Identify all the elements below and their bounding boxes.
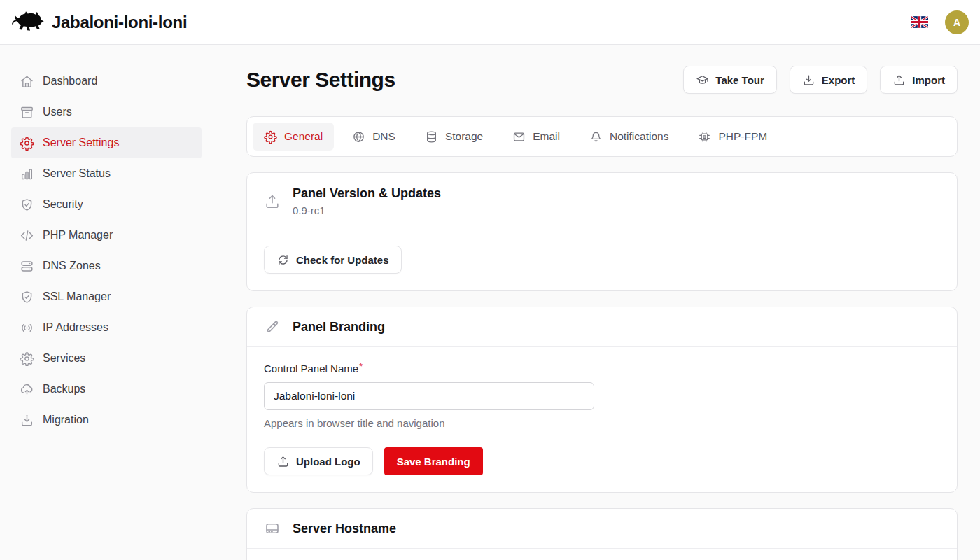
sidebar-item-label: Server Settings <box>43 136 119 149</box>
sidebar-item-label: DNS Zones <box>43 260 101 272</box>
tab-storage[interactable]: Storage <box>414 122 494 150</box>
upload-tray-icon <box>264 193 281 210</box>
tab-notifications[interactable]: Notifications <box>578 122 680 150</box>
download-tray-icon <box>20 413 34 428</box>
sidebar-item-label: Security <box>43 198 83 211</box>
sidebar-item-dns-zones[interactable]: DNS Zones <box>11 251 202 281</box>
topbar: Jabaloni-loni-loni A <box>0 0 980 45</box>
cpu-chip-icon <box>698 130 711 144</box>
gear-icon <box>20 351 34 366</box>
code-icon <box>20 228 34 243</box>
control-panel-name-helper: Appears in browser title and navigation <box>264 417 940 429</box>
panel-version-title: Panel Version & Updates <box>293 186 441 201</box>
tab-label: PHP-FPM <box>718 130 767 143</box>
tab-label: Notifications <box>610 130 668 143</box>
database-icon <box>425 130 438 144</box>
uk-flag-icon <box>911 16 928 28</box>
sidebar-item-services[interactable]: Services <box>11 343 202 374</box>
bell-icon <box>589 130 603 144</box>
sidebar-item-backups[interactable]: Backups <box>11 374 202 405</box>
language-flag-button[interactable] <box>911 16 928 28</box>
sidebar-item-label: Users <box>43 106 72 118</box>
paint-brush-icon <box>264 318 281 335</box>
upload-logo-label: Upload Logo <box>296 456 360 468</box>
shield-check-icon <box>20 197 34 212</box>
tab-dns[interactable]: DNS <box>341 122 407 150</box>
gear-icon <box>20 136 34 150</box>
panel-version-value: 0.9-rc1 <box>293 204 441 216</box>
sidebar-item-server-status[interactable]: Server Status <box>11 158 202 189</box>
server-hostname-header: Server Hostname <box>247 509 957 549</box>
sidebar: Dashboard Users Server Settings Server S… <box>0 45 213 560</box>
sidebar-item-ip-addresses[interactable]: IP Addresses <box>11 312 202 343</box>
settings-tab-bar: General DNS Storage Email Notifications … <box>246 116 958 157</box>
upload-tray-icon <box>892 74 906 87</box>
sidebar-item-label: Migration <box>43 414 89 426</box>
panel-branding-body: Control Panel Name* Appears in browser t… <box>247 347 957 492</box>
boar-logo-icon <box>10 8 45 36</box>
sidebar-item-security[interactable]: Security <box>11 189 202 220</box>
tab-email[interactable]: Email <box>501 122 571 150</box>
action-button-label: Import <box>912 74 945 86</box>
refresh-icon <box>276 253 290 267</box>
page-header: Server Settings Take Tour Export Import <box>246 66 958 94</box>
avatar[interactable]: A <box>945 10 969 34</box>
shield-check-icon <box>20 290 34 304</box>
gear-icon <box>264 130 277 144</box>
sidebar-item-label: PHP Manager <box>43 229 113 241</box>
server-hostname-body: Hostname* <box>247 549 957 560</box>
control-panel-name-input[interactable] <box>264 382 594 410</box>
tab-php-fpm[interactable]: PHP-FPM <box>687 122 778 150</box>
tab-label: DNS <box>372 130 396 143</box>
academic-cap-icon <box>696 74 709 87</box>
action-button-import[interactable]: Import <box>880 66 958 94</box>
sidebar-item-migration[interactable]: Migration <box>11 405 202 435</box>
panel-version-card: Panel Version & Updates 0.9-rc1 Check fo… <box>246 172 958 291</box>
signal-icon <box>20 321 34 335</box>
sidebar-item-label: Dashboard <box>43 75 97 88</box>
panel-branding-card: Panel Branding Control Panel Name* Appea… <box>246 307 958 493</box>
tab-label: Storage <box>445 130 483 143</box>
page-title: Server Settings <box>246 68 396 92</box>
server-hostname-card: Server Hostname Hostname* <box>246 508 958 560</box>
brand-title: Jabaloni-loni-loni <box>52 13 187 32</box>
sidebar-item-server-settings[interactable]: Server Settings <box>11 127 202 158</box>
check-updates-button[interactable]: Check for Updates <box>264 246 402 274</box>
cloud-upload-icon <box>20 382 34 397</box>
header-actions: Take Tour Export Import <box>683 66 958 94</box>
tab-label: Email <box>533 130 560 143</box>
server-stack-icon <box>20 259 34 274</box>
sidebar-item-dashboard[interactable]: Dashboard <box>11 66 202 97</box>
panel-branding-header: Panel Branding <box>247 307 957 347</box>
panel-branding-title: Panel Branding <box>293 320 385 335</box>
check-updates-label: Check for Updates <box>296 254 389 266</box>
envelope-icon <box>512 130 526 144</box>
sidebar-item-label: Services <box>43 352 85 365</box>
tab-general[interactable]: General <box>253 122 334 150</box>
panel-version-body: Check for Updates <box>247 230 957 290</box>
sidebar-item-ssl-manager[interactable]: SSL Manager <box>11 281 202 312</box>
action-button-label: Export <box>822 74 855 86</box>
action-button-take-tour[interactable]: Take Tour <box>683 66 776 94</box>
sidebar-item-label: Server Status <box>43 167 111 180</box>
globe-icon <box>352 130 365 144</box>
brand[interactable]: Jabaloni-loni-loni <box>10 8 187 36</box>
home-icon <box>20 74 34 89</box>
sidebar-item-label: Backups <box>43 383 85 396</box>
action-button-label: Take Tour <box>715 74 764 86</box>
download-tray-icon <box>802 74 816 87</box>
action-button-export[interactable]: Export <box>790 66 868 94</box>
main-content: Server Settings Take Tour Export Import … <box>213 45 980 560</box>
bar-chart-icon <box>20 167 34 181</box>
sidebar-item-php-manager[interactable]: PHP Manager <box>11 220 202 251</box>
sidebar-item-label: IP Addresses <box>43 321 108 334</box>
panel-version-header: Panel Version & Updates 0.9-rc1 <box>247 173 957 230</box>
upload-logo-button[interactable]: Upload Logo <box>264 447 373 475</box>
save-branding-button[interactable]: Save Branding <box>384 447 483 475</box>
control-panel-name-label: Control Panel Name* <box>264 363 363 374</box>
server-hostname-title: Server Hostname <box>293 522 396 536</box>
archive-box-icon <box>20 105 34 120</box>
hard-drive-icon <box>264 520 281 537</box>
sidebar-item-users[interactable]: Users <box>11 97 202 127</box>
sidebar-item-label: SSL Manager <box>43 290 111 303</box>
